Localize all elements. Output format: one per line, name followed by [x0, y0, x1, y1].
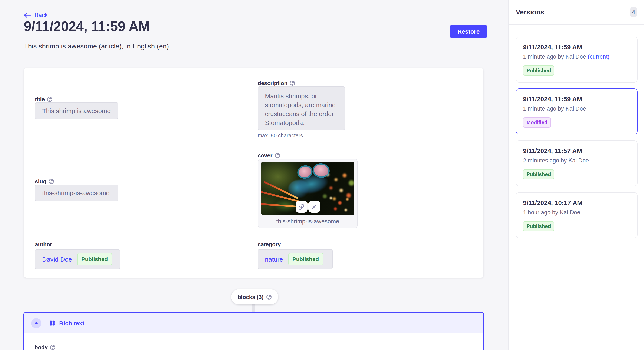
title-field-label: title	[35, 96, 45, 102]
cover-caption: this-shrimp-is-awesome	[258, 218, 357, 224]
slug-input: this-shrimp-is-awesome	[35, 184, 118, 201]
version-status-badge: Published	[523, 169, 554, 179]
author-link[interactable]: David Doe	[42, 256, 72, 263]
globe-icon	[290, 80, 295, 86]
back-arrow-icon	[24, 12, 31, 18]
entry-fields-card: title This shrimp is awesome slug this-s…	[24, 68, 484, 278]
category-field-label: category	[258, 241, 281, 247]
version-card-1[interactable]: 9/11/2024, 11:59 AM 1 minute ago by Kai …	[516, 37, 638, 82]
link-icon	[298, 203, 304, 210]
page-subtitle: This shrimp is awesome (article), in Eng…	[24, 42, 169, 50]
version-meta: 1 minute ago by Kai Doe	[523, 105, 630, 112]
title-input: This shrimp is awesome	[35, 103, 118, 119]
version-date: 9/11/2024, 11:59 AM	[523, 43, 630, 51]
author-field: author David Doe Published	[35, 241, 120, 269]
versions-count-badge: 4	[630, 7, 637, 17]
edit-button[interactable]	[308, 201, 320, 213]
version-meta: 1 minute ago by Kai Doe(current)	[523, 54, 630, 60]
rich-text-block-title: Rich text	[59, 320, 84, 326]
component-grid-icon	[50, 320, 55, 326]
page-title: 9/11/2024, 11:59 AM	[24, 19, 150, 34]
rich-text-block: Rich text body	[24, 312, 484, 350]
cover-field: cover	[258, 152, 358, 228]
blocks-pill: blocks (3)	[231, 289, 278, 305]
category-status-badge: Published	[288, 253, 323, 265]
version-date: 9/11/2024, 10:17 AM	[523, 199, 630, 206]
edit-icon	[311, 203, 317, 210]
blocks-pill-label: blocks (3)	[238, 294, 264, 300]
category-field: category nature Published	[258, 241, 333, 269]
version-history-page: Back 9/11/2024, 11:59 AM This shrimp is …	[0, 0, 644, 350]
body-field-label: body	[34, 344, 48, 350]
rich-text-block-body: body	[24, 333, 483, 350]
version-current-label: (current)	[588, 54, 610, 60]
description-field: description Mantis shrimps, or stomatopo…	[258, 80, 345, 139]
globe-icon	[274, 153, 280, 158]
author-relation-box: David Doe Published	[35, 249, 120, 269]
collapse-arrow-icon	[34, 322, 38, 325]
description-hint: max. 80 characters	[258, 133, 345, 139]
globe-icon	[48, 178, 54, 184]
description-textarea: Mantis shrimps, or stomatopods, are mari…	[258, 86, 345, 130]
category-link[interactable]: nature	[265, 256, 283, 263]
version-meta: 1 hour ago by Kai Doe	[523, 209, 630, 216]
collapse-button[interactable]	[31, 318, 41, 328]
globe-icon	[50, 344, 55, 350]
version-card-3[interactable]: 9/11/2024, 11:57 AM 2 minutes ago by Kai…	[516, 140, 638, 186]
globe-icon	[266, 294, 272, 300]
back-link[interactable]: Back	[24, 11, 48, 18]
version-date: 9/11/2024, 11:59 AM	[523, 95, 630, 103]
globe-icon	[47, 96, 52, 102]
description-field-label: description	[258, 80, 288, 86]
version-meta: 2 minutes ago by Kai Doe	[523, 157, 630, 164]
cover-image	[261, 162, 354, 215]
version-status-badge: Published	[523, 65, 554, 76]
cover-field-label: cover	[258, 152, 272, 159]
version-card-4[interactable]: 9/11/2024, 10:17 AM 1 hour ago by Kai Do…	[516, 192, 638, 238]
versions-header: Versions 4	[508, 0, 644, 25]
category-relation-box: nature Published	[258, 249, 333, 269]
rich-text-block-header: Rich text	[24, 313, 483, 333]
version-status-badge: Published	[523, 221, 554, 231]
versions-list: 9/11/2024, 11:59 AM 1 minute ago by Kai …	[508, 25, 644, 238]
version-status-badge: Modified	[523, 117, 551, 128]
author-field-label: author	[35, 241, 52, 247]
back-label: Back	[34, 11, 48, 18]
slug-field: slug this-shrimp-is-awesome	[35, 178, 118, 201]
versions-sidebar: Versions 4 9/11/2024, 11:59 AM 1 minute …	[508, 0, 644, 350]
version-card-2-selected[interactable]: 9/11/2024, 11:59 AM 1 minute ago by Kai …	[516, 88, 638, 134]
author-status-badge: Published	[77, 253, 112, 265]
cover-media-card: this-shrimp-is-awesome	[258, 159, 358, 228]
versions-title: Versions	[516, 8, 544, 16]
title-field: title This shrimp is awesome	[35, 96, 118, 119]
version-date: 9/11/2024, 11:57 AM	[523, 147, 630, 154]
restore-button[interactable]: Restore	[450, 25, 487, 38]
copy-link-button[interactable]	[296, 201, 307, 213]
slug-field-label: slug	[35, 178, 46, 184]
